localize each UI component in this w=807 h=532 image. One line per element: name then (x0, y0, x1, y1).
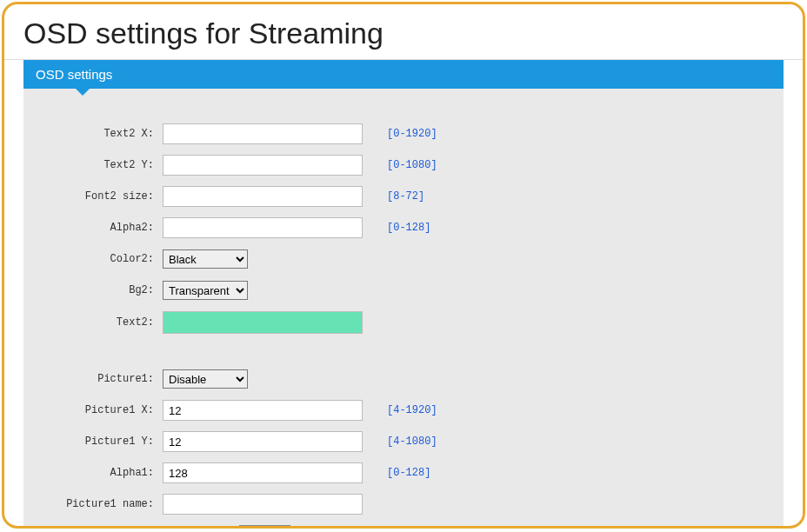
row-alpha1: Alpha1: [0-128] (41, 462, 766, 483)
panel-header: OSD settings (23, 60, 784, 89)
row-upload: Upload picture1: 浏览... Upload (only supp… (41, 525, 766, 529)
label-font2: Font2 size: (41, 190, 163, 203)
row-pic1x: Picture1 X: [4-1920] (41, 400, 766, 421)
label-bg2: Bg2: (41, 284, 163, 296)
label-alpha1: Alpha1: (41, 467, 163, 479)
input-text2[interactable] (163, 311, 363, 334)
hint-pic1x: [4-1920] (363, 404, 437, 416)
label-picture1: Picture1: (41, 373, 163, 385)
row-pic1y: Picture1 Y: [4-1080] (41, 431, 766, 452)
input-alpha1[interactable] (163, 462, 363, 483)
label-text2x: Text2 X: (41, 128, 163, 140)
row-bg2: Bg2: Transparent (41, 280, 766, 301)
row-pic1name: Picture1 name: (41, 494, 766, 515)
row-font2: Font2 size: [8-72] (41, 186, 766, 207)
label-text2: Text2: (41, 316, 163, 329)
spacer (41, 344, 766, 369)
hint-pic1y: [4-1080] (363, 436, 437, 448)
input-font2[interactable] (163, 186, 363, 207)
select-bg2[interactable]: Transparent (163, 281, 248, 300)
page-title: OSD settings for Streaming (4, 4, 803, 60)
input-pic1y[interactable] (163, 431, 363, 452)
row-color2: Color2: Black (41, 249, 766, 269)
input-alpha2[interactable] (163, 217, 363, 238)
hint-font2: [8-72] (363, 190, 424, 203)
row-alpha2: Alpha2: [0-128] (41, 217, 766, 238)
hint-text2x: [0-1920] (363, 128, 437, 140)
hint-alpha1: [0-128] (363, 467, 430, 479)
select-picture1[interactable]: Disable (163, 369, 248, 389)
form-area: Text2 X: [0-1920] Text2 Y: [0-1080] Font… (23, 89, 784, 529)
browse-button[interactable]: 浏览... (239, 525, 290, 529)
hint-text2y: [0-1080] (363, 159, 437, 171)
input-text2y[interactable] (163, 155, 363, 176)
label-pic1x: Picture1 X: (41, 404, 163, 416)
outer-frame: OSD settings for Streaming OSD settings … (2, 2, 805, 529)
label-pic1name: Picture1 name: (41, 498, 163, 510)
row-text2x: Text2 X: [0-1920] (41, 123, 766, 144)
row-text2y: Text2 Y: [0-1080] (41, 155, 766, 176)
upload-button[interactable]: Upload (299, 527, 347, 529)
row-picture1: Picture1: Disable (41, 369, 766, 389)
row-text2: Text2: (41, 311, 766, 334)
input-pic1x[interactable] (163, 400, 363, 421)
content-box: OSD settings Text2 X: [0-1920] Text2 Y: … (23, 60, 784, 529)
input-text2x[interactable] (163, 123, 363, 144)
select-color2[interactable]: Black (163, 249, 248, 269)
label-alpha2: Alpha2: (41, 222, 163, 234)
label-color2: Color2: (41, 253, 163, 265)
label-text2y: Text2 Y: (41, 159, 163, 171)
label-pic1y: Picture1 Y: (41, 436, 163, 448)
hint-alpha2: [0-128] (363, 222, 430, 234)
input-pic1name[interactable] (163, 494, 363, 515)
